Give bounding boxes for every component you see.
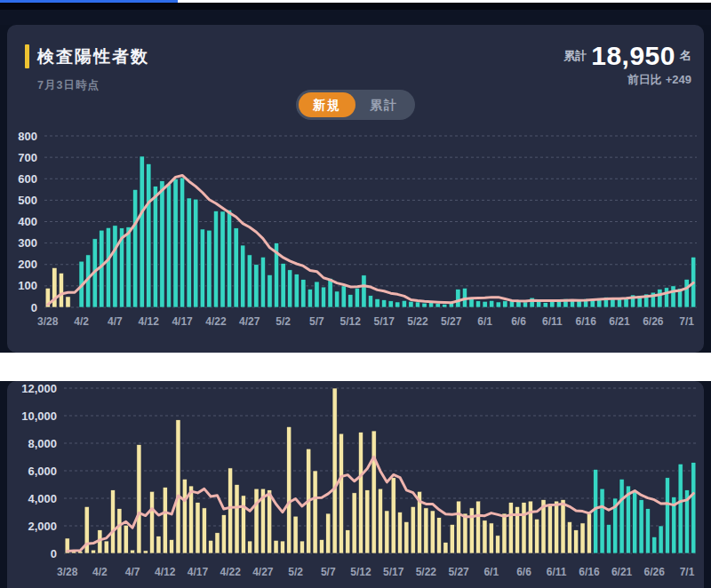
svg-text:800: 800 [18, 130, 37, 143]
svg-text:4/27: 4/27 [239, 315, 260, 328]
svg-text:0: 0 [31, 301, 37, 314]
svg-text:500: 500 [18, 194, 37, 207]
svg-text:7/1: 7/1 [680, 566, 695, 578]
daily-tests-chart: 02,0004,0006,0008,00010,00012,0003/284/2… [7, 382, 704, 588]
svg-text:100: 100 [18, 279, 37, 292]
svg-text:4/12: 4/12 [155, 566, 176, 578]
summary-stats: 累計 18,950 名 前日比+249 [563, 43, 691, 88]
svg-text:5/17: 5/17 [383, 566, 404, 578]
svg-text:5/17: 5/17 [373, 315, 395, 328]
svg-text:5/2: 5/2 [288, 566, 303, 578]
toggle-new-button[interactable]: 新規 [299, 92, 356, 117]
svg-text:4/12: 4/12 [139, 315, 160, 328]
svg-text:6/26: 6/26 [644, 566, 666, 578]
svg-text:5/12: 5/12 [350, 566, 371, 578]
as-of-date: 7月3日時点 [37, 78, 100, 93]
svg-text:5/12: 5/12 [340, 315, 362, 328]
svg-text:4/2: 4/2 [92, 566, 108, 578]
svg-text:6/1: 6/1 [483, 566, 499, 578]
svg-text:4,000: 4,000 [28, 492, 57, 505]
svg-text:5/2: 5/2 [276, 315, 291, 328]
svg-text:300: 300 [18, 236, 37, 250]
total-label: 累計 [563, 48, 587, 64]
total-value: 18,950 [591, 43, 675, 69]
svg-text:7/1: 7/1 [679, 315, 694, 328]
svg-text:200: 200 [18, 258, 37, 271]
svg-text:4/27: 4/27 [252, 566, 274, 578]
diff-row: 前日比+249 [563, 72, 691, 88]
svg-text:400: 400 [18, 215, 37, 228]
page-load-progress-bar [0, 0, 178, 3]
card-title-row: 検査陽性者数 [25, 44, 149, 68]
svg-text:6/21: 6/21 [609, 315, 630, 328]
svg-text:700: 700 [18, 151, 37, 164]
svg-text:6/11: 6/11 [542, 315, 563, 328]
svg-text:6/6: 6/6 [511, 315, 526, 328]
svg-text:6/16: 6/16 [575, 315, 596, 328]
svg-text:6,000: 6,000 [28, 465, 57, 478]
svg-text:6/1: 6/1 [477, 315, 492, 328]
page-title: 検査陽性者数 [37, 45, 149, 68]
svg-text:2,000: 2,000 [28, 520, 57, 533]
svg-text:4/17: 4/17 [188, 566, 209, 578]
svg-text:10,000: 10,000 [21, 409, 57, 423]
toggle-cumulative-button[interactable]: 累計 [356, 92, 412, 117]
title-accent-bar [25, 44, 29, 68]
svg-text:5/27: 5/27 [448, 566, 469, 578]
total-row: 累計 18,950 名 [563, 43, 691, 69]
svg-text:3/28: 3/28 [37, 315, 59, 328]
svg-text:5/27: 5/27 [441, 315, 462, 328]
svg-text:6/16: 6/16 [579, 566, 600, 578]
positive-cases-card: 検査陽性者数 7月3日時点 累計 18,950 名 前日比+249 新規 累計 … [7, 25, 704, 353]
svg-text:5/7: 5/7 [321, 566, 336, 578]
browser-top-strip [0, 0, 711, 3]
svg-text:12,000: 12,000 [21, 382, 57, 395]
svg-text:3/28: 3/28 [57, 566, 78, 578]
diff-label: 前日比 [627, 73, 662, 86]
svg-text:4/22: 4/22 [220, 566, 241, 578]
svg-text:6/6: 6/6 [516, 566, 531, 578]
svg-text:5/22: 5/22 [416, 566, 437, 578]
svg-text:0: 0 [51, 547, 57, 560]
svg-text:4/22: 4/22 [205, 315, 227, 328]
svg-text:5/7: 5/7 [309, 315, 324, 328]
svg-text:4/7: 4/7 [108, 315, 123, 328]
diff-value: +249 [666, 73, 691, 86]
svg-text:5/22: 5/22 [407, 315, 428, 328]
total-unit: 名 [680, 48, 691, 64]
svg-text:4/7: 4/7 [125, 566, 140, 578]
tests-chart-card: 02,0004,0006,0008,00010,00012,0003/284/2… [7, 381, 704, 588]
daily-new-positives-chart: 01002003004005006007008003/284/24/74/124… [11, 128, 704, 338]
section-divider [0, 353, 711, 381]
svg-text:6/11: 6/11 [547, 566, 567, 578]
svg-text:600: 600 [18, 172, 37, 186]
svg-text:8,000: 8,000 [28, 437, 57, 450]
svg-text:4/2: 4/2 [74, 315, 89, 328]
page-header-band [0, 3, 711, 25]
new-cumulative-toggle: 新規 累計 [296, 90, 415, 120]
svg-text:4/17: 4/17 [172, 315, 193, 328]
svg-text:6/26: 6/26 [643, 315, 664, 328]
svg-text:6/21: 6/21 [611, 566, 633, 578]
